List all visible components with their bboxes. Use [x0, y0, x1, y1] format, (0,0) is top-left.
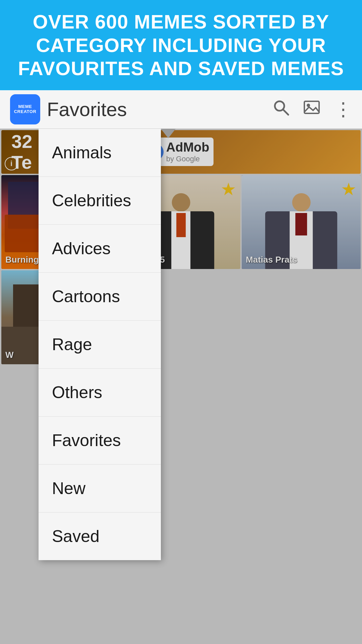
dropdown-item-saved[interactable]: Saved	[39, 513, 161, 560]
dropdown-arrow	[161, 129, 176, 138]
banner-text: OVER 600 MEMES SORTED BY CATEGORY INCLUD…	[13, 10, 349, 80]
dropdown-item-advices[interactable]: Advices	[39, 225, 161, 273]
dropdown-item-cartoons[interactable]: Cartoons	[39, 273, 161, 321]
dropdown-item-animals[interactable]: Animals	[39, 129, 161, 177]
toolbar-title: Favorites	[47, 98, 265, 120]
dropdown-item-others[interactable]: Others	[39, 369, 161, 417]
search-icon[interactable]	[272, 99, 290, 120]
app-icon[interactable]: MEME CREATOR	[10, 94, 40, 124]
content-area: 32Te G AdMob by Google i Burning	[0, 129, 362, 644]
image-icon[interactable]	[303, 99, 320, 120]
svg-rect-2	[304, 101, 319, 113]
toolbar-icons: ⋮	[272, 98, 352, 120]
more-options-icon[interactable]: ⋮	[334, 98, 352, 120]
dropdown-item-new[interactable]: New	[39, 465, 161, 513]
top-banner: OVER 600 MEMES SORTED BY CATEGORY INCLUD…	[0, 0, 362, 90]
dropdown-menu: Animals Celebrities Advices Cartoons Rag…	[39, 129, 161, 560]
app-icon-line2: CREATOR	[14, 109, 37, 114]
svg-line-1	[283, 109, 288, 115]
toolbar: MEME CREATOR Favorites ⋮	[0, 90, 362, 129]
svg-point-3	[307, 104, 310, 107]
app-icon-line1: MEME	[18, 104, 32, 109]
dropdown-item-favorites[interactable]: Favorites	[39, 417, 161, 465]
dropdown-item-celebrities[interactable]: Celebrities	[39, 177, 161, 225]
dropdown-item-rage[interactable]: Rage	[39, 321, 161, 369]
